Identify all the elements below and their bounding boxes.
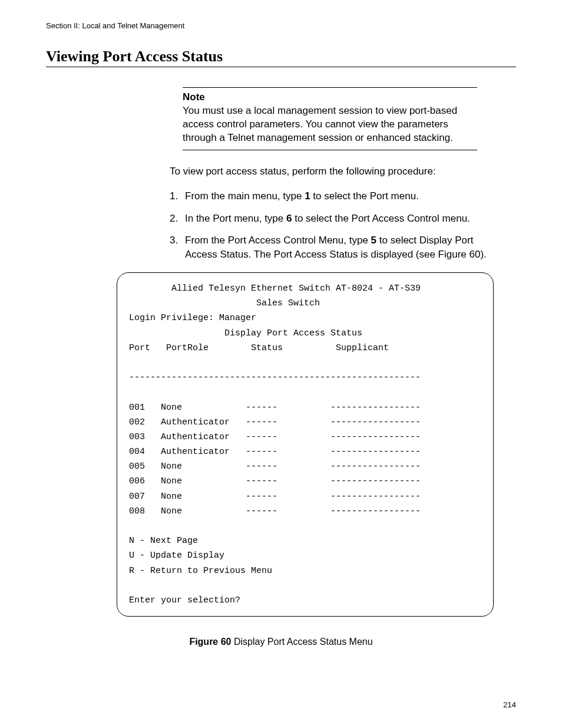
page-heading: Viewing Port Access Status xyxy=(46,48,516,67)
step-text: In the Port menu, type 6 to select the P… xyxy=(185,212,491,226)
page-number: 214 xyxy=(503,700,516,709)
note-box: Note You must use a local management ses… xyxy=(183,87,477,150)
step: 1.From the main menu, type 1 to select t… xyxy=(170,189,491,203)
note-label: Note xyxy=(183,91,477,103)
steps-list: 1.From the main menu, type 1 to select t… xyxy=(170,189,491,262)
figure-text: Display Port Access Status Menu xyxy=(232,637,373,647)
step-text: From the Port Access Control Menu, type … xyxy=(185,233,491,262)
step-text: From the main menu, type 1 to select the… xyxy=(185,189,491,203)
step-number: 1. xyxy=(170,189,185,203)
step-number: 3. xyxy=(170,233,185,262)
running-header: Section II: Local and Telnet Management xyxy=(46,21,516,30)
intro-text: To view port access status, perform the … xyxy=(170,166,491,177)
note-body: You must use a local management session … xyxy=(183,104,477,145)
figure-label: Figure 60 xyxy=(189,637,231,647)
step: 2.In the Port menu, type 6 to select the… xyxy=(170,212,491,226)
step-number: 2. xyxy=(170,212,185,226)
terminal-screen: Allied Telesyn Ethernet Switch AT-8024 -… xyxy=(117,272,494,617)
step: 3.From the Port Access Control Menu, typ… xyxy=(170,233,491,262)
figure-caption: Figure 60 Display Port Access Status Men… xyxy=(46,637,516,647)
